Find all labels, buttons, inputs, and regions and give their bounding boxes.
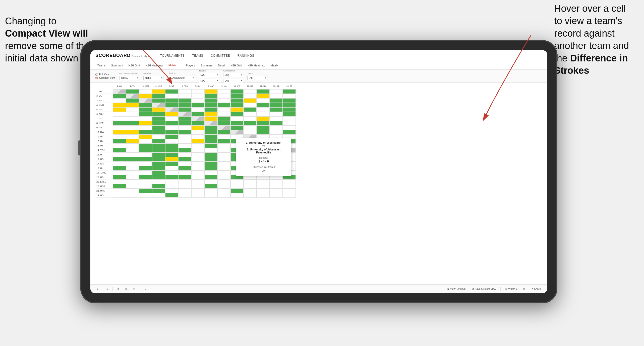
grid-cell[interactable] <box>270 121 283 125</box>
grid-cell[interactable] <box>217 116 230 121</box>
grid-cell[interactable] <box>126 175 139 180</box>
grid-cell[interactable] <box>283 116 296 121</box>
grid-cell[interactable] <box>178 193 191 198</box>
grid-cell[interactable] <box>230 189 244 193</box>
grid-cell[interactable] <box>152 89 165 94</box>
grid-cell[interactable] <box>178 161 191 166</box>
subnav-detail[interactable]: Detail <box>216 63 227 68</box>
grid-cell[interactable] <box>113 189 126 193</box>
grid-cell[interactable] <box>165 89 178 94</box>
grid-cell[interactable] <box>165 98 178 103</box>
grid-cell[interactable] <box>283 112 296 116</box>
grid-cell[interactable] <box>270 112 283 116</box>
grid-cell[interactable] <box>126 107 139 112</box>
grid-cell[interactable] <box>126 134 139 139</box>
grid-cell[interactable] <box>217 125 230 130</box>
grid-cell[interactable] <box>113 184 126 189</box>
grid-cell[interactable] <box>191 152 204 157</box>
grid-cell[interactable] <box>165 143 178 148</box>
grid-cell[interactable] <box>204 139 217 143</box>
grid-cell[interactable] <box>139 161 152 166</box>
grid-cell[interactable] <box>204 112 217 116</box>
grid-cell[interactable] <box>191 193 204 198</box>
grid-cell[interactable] <box>204 184 217 189</box>
grid-cell[interactable] <box>165 116 178 121</box>
grid-cell[interactable] <box>178 143 191 148</box>
grid-cell[interactable] <box>165 175 178 180</box>
arrange-button[interactable]: ⊞ <box>522 287 527 291</box>
grid-cell[interactable] <box>152 116 165 121</box>
grid-cell[interactable] <box>152 193 165 198</box>
region-select-wrapper2[interactable]: N/A <box>199 78 219 83</box>
grid-cell[interactable] <box>165 134 178 139</box>
grid-cell[interactable] <box>283 193 296 198</box>
grid-cell[interactable] <box>126 112 139 116</box>
grid-cell[interactable] <box>126 130 139 134</box>
grid-cell[interactable] <box>139 130 152 134</box>
grid-cell[interactable] <box>126 161 139 166</box>
conference-select2[interactable]: (All) <box>223 79 243 83</box>
team-select-wrapper[interactable]: (All) <box>247 75 267 80</box>
grid-cell[interactable] <box>204 166 217 170</box>
grid-cell[interactable] <box>283 107 296 112</box>
grid-cell[interactable] <box>244 103 257 107</box>
grid-cell[interactable] <box>270 89 283 94</box>
division-select-wrapper[interactable]: NCAA Division I NCAA Division II <box>167 75 195 80</box>
grid-cell[interactable] <box>178 166 191 170</box>
grid-cell[interactable] <box>152 130 165 134</box>
refresh-button[interactable]: ↺ <box>143 287 148 291</box>
grid-cell[interactable] <box>113 130 126 134</box>
grid-cell[interactable] <box>217 189 230 193</box>
grid-cell[interactable] <box>244 112 257 116</box>
gender-select-wrapper[interactable]: Men's Women's <box>143 75 163 80</box>
grid-cell[interactable] <box>178 121 191 125</box>
grid-cell[interactable] <box>230 121 244 125</box>
grid-cell[interactable] <box>113 139 126 143</box>
grid-cell[interactable] <box>139 116 152 121</box>
grid-cell[interactable] <box>283 130 296 134</box>
grid-cell[interactable] <box>230 130 244 134</box>
grid-cell[interactable] <box>139 152 152 157</box>
redo-button[interactable]: ↪ <box>104 287 109 291</box>
grid-cell[interactable] <box>283 189 296 193</box>
grid-cell[interactable] <box>191 125 204 130</box>
grid-cell[interactable] <box>113 148 126 152</box>
grid-cell[interactable] <box>244 125 257 130</box>
share-button[interactable]: ↗ Share <box>530 287 542 291</box>
grid-cell[interactable] <box>230 103 244 107</box>
grid-cell[interactable] <box>191 170 204 175</box>
grid-cell[interactable] <box>244 94 257 98</box>
grid-cell[interactable] <box>113 107 126 112</box>
grid-cell[interactable] <box>113 166 126 170</box>
grid-cell[interactable] <box>270 94 283 98</box>
grid-cell[interactable] <box>139 175 152 180</box>
grid-cell[interactable] <box>191 107 204 112</box>
grid-cell[interactable] <box>217 175 230 180</box>
grid-cell[interactable] <box>217 103 230 107</box>
nav-teams[interactable]: TEAMS <box>192 54 203 57</box>
grid-cell[interactable] <box>257 180 270 184</box>
grid-cell[interactable] <box>152 180 165 184</box>
grid-cell[interactable] <box>270 184 283 189</box>
grid-cell[interactable] <box>191 103 204 107</box>
grid-cell[interactable] <box>178 180 191 184</box>
grid-cell[interactable] <box>139 170 152 175</box>
grid-cell[interactable] <box>113 180 126 184</box>
grid-cell[interactable] <box>191 134 204 139</box>
grid-cell[interactable] <box>178 94 191 98</box>
grid-cell[interactable] <box>113 170 126 175</box>
grid-cell[interactable] <box>152 166 165 170</box>
grid-cell[interactable] <box>257 116 270 121</box>
subnav-h2h-heatmap2[interactable]: H2H Heatmap <box>246 63 267 68</box>
grid-cell[interactable] <box>257 89 270 94</box>
grid-cell[interactable] <box>257 94 270 98</box>
undo-button[interactable]: ↩ <box>95 287 101 291</box>
grid-cell[interactable] <box>191 121 204 125</box>
grid-cell[interactable] <box>204 94 217 98</box>
grid-cell[interactable] <box>217 170 230 175</box>
grid-cell[interactable] <box>230 193 244 198</box>
grid-cell[interactable] <box>165 161 178 166</box>
radio-compact-view[interactable]: Compact View <box>95 76 115 79</box>
grid-cell[interactable] <box>191 175 204 180</box>
grid-cell[interactable] <box>204 134 217 139</box>
